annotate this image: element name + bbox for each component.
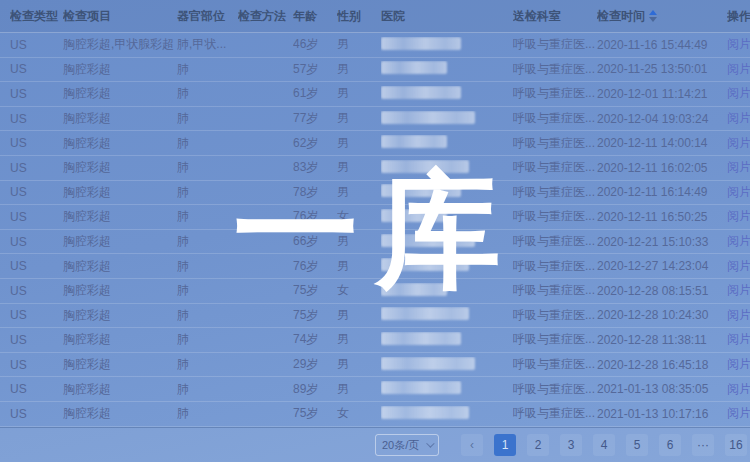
- view-images-link[interactable]: 阅片: [727, 136, 750, 150]
- view-images-link[interactable]: 阅片: [727, 406, 750, 420]
- cell-age: 76岁: [293, 208, 337, 225]
- view-images-link[interactable]: 阅片: [727, 234, 750, 248]
- cell-actions: 阅片: [727, 36, 750, 53]
- cell-actions: 阅片: [727, 381, 750, 398]
- view-images-link[interactable]: 阅片: [727, 160, 750, 174]
- cell-age: 61岁: [293, 85, 337, 102]
- page-number-button[interactable]: 2: [527, 434, 549, 456]
- page-size-value: 20条/页: [382, 438, 419, 453]
- redacted-hospital-name: [381, 332, 461, 345]
- col-header-exam-time-sortable[interactable]: 检查时间: [597, 8, 727, 25]
- col-header-age: 年龄: [293, 8, 337, 25]
- cell-hospital-redacted: [381, 160, 513, 176]
- cell-exam-item: 胸腔彩超,甲状腺彩超: [63, 36, 177, 53]
- cell-organ-part: 肺: [177, 356, 238, 373]
- cell-department: 呼吸与重症医...: [513, 110, 597, 127]
- cell-hospital-redacted: [381, 37, 513, 53]
- col-header-hospital: 医院: [381, 8, 513, 25]
- table-row: US 胸腔彩超 肺 75岁 女 呼吸与重症医... 2020-12-28 08:…: [0, 279, 750, 304]
- view-images-link[interactable]: 阅片: [727, 185, 750, 199]
- cell-exam-time: 2020-12-01 11:14:21: [597, 87, 727, 101]
- page-number-list: 1 2 3 4 5 6 ··· 16: [494, 434, 747, 456]
- redacted-hospital-name: [381, 381, 461, 394]
- cell-exam-item: 胸腔彩超: [63, 110, 177, 127]
- table-row: US 胸腔彩超 肺 89岁 男 呼吸与重症医... 2021-01-13 08:…: [0, 377, 750, 402]
- cell-exam-time: 2020-12-11 16:14:49: [597, 185, 727, 199]
- page-number-button[interactable]: 4: [593, 434, 615, 456]
- cell-gender: 男: [337, 331, 381, 348]
- sort-caret-icon[interactable]: [649, 10, 657, 22]
- page-number-button[interactable]: 1: [494, 434, 516, 456]
- view-images-link[interactable]: 阅片: [727, 357, 750, 371]
- cell-organ-part: 肺: [177, 258, 238, 275]
- cell-exam-time: 2020-12-28 10:24:30: [597, 308, 727, 322]
- cell-exam-item: 胸腔彩超: [63, 331, 177, 348]
- cell-exam-item: 胸腔彩超: [63, 184, 177, 201]
- view-images-link[interactable]: 阅片: [727, 332, 750, 346]
- cell-hospital-redacted: [381, 86, 513, 102]
- cell-gender: 男: [337, 110, 381, 127]
- redacted-hospital-name: [381, 86, 461, 99]
- redacted-hospital-name: [381, 37, 461, 50]
- prev-page-button[interactable]: ‹: [461, 434, 483, 456]
- cell-actions: 阅片: [727, 135, 750, 152]
- caret-up-icon: [649, 10, 657, 15]
- view-images-link[interactable]: 阅片: [727, 86, 750, 100]
- cell-gender: 男: [337, 307, 381, 324]
- cell-hospital-redacted: [381, 357, 513, 373]
- cell-exam-type: US: [10, 87, 63, 101]
- cell-organ-part: 肺: [177, 159, 238, 176]
- cell-actions: 阅片: [727, 282, 750, 299]
- exam-list-screen: 一库 检查类型 检查项目 器官部位 检查方法 年龄 性别 医院 送检科室 检查时…: [0, 0, 750, 462]
- view-images-link[interactable]: 阅片: [727, 283, 750, 297]
- view-images-link[interactable]: 阅片: [727, 382, 750, 396]
- table-row: US 胸腔彩超 肺 57岁 男 呼吸与重症医... 2020-11-25 13:…: [0, 58, 750, 83]
- cell-age: 75岁: [293, 282, 337, 299]
- page-number-button[interactable]: ···: [692, 434, 714, 456]
- redacted-hospital-name: [381, 258, 469, 271]
- cell-age: 83岁: [293, 159, 337, 176]
- cell-gender: 男: [337, 381, 381, 398]
- cell-exam-type: US: [10, 210, 63, 224]
- table-row: US 胸腔彩超 肺 75岁 女 呼吸与重症医... 2021-01-13 10:…: [0, 402, 750, 427]
- cell-hospital-redacted: [381, 61, 513, 77]
- col-header-department: 送检科室: [513, 8, 597, 25]
- view-images-link[interactable]: 阅片: [727, 259, 750, 273]
- cell-exam-item: 胸腔彩超: [63, 405, 177, 422]
- cell-exam-type: US: [10, 185, 63, 199]
- table-row: US 胸腔彩超 肺 77岁 男 呼吸与重症医... 2020-12-04 19:…: [0, 107, 750, 132]
- cell-exam-time: 2020-11-16 15:44:49: [597, 38, 727, 52]
- cell-hospital-redacted: [381, 283, 513, 299]
- table-row: US 胸腔彩超 肺 74岁 男 呼吸与重症医... 2020-12-28 11:…: [0, 328, 750, 353]
- redacted-hospital-name: [381, 209, 447, 222]
- table-row: US 胸腔彩超 肺 76岁 男 呼吸与重症医... 2020-12-27 14:…: [0, 254, 750, 279]
- cell-age: 77岁: [293, 110, 337, 127]
- cell-hospital-redacted: [381, 406, 513, 422]
- cell-exam-item: 胸腔彩超: [63, 159, 177, 176]
- cell-age: 29岁: [293, 356, 337, 373]
- page-number-button[interactable]: 3: [560, 434, 582, 456]
- cell-organ-part: 肺: [177, 135, 238, 152]
- col-header-gender: 性别: [337, 8, 381, 25]
- cell-hospital-redacted: [381, 307, 513, 323]
- cell-exam-time: 2020-12-21 15:10:33: [597, 235, 727, 249]
- page-size-select[interactable]: 20条/页: [375, 434, 439, 456]
- cell-department: 呼吸与重症医...: [513, 258, 597, 275]
- cell-exam-time: 2020-12-11 16:50:25: [597, 210, 727, 224]
- page-number-button[interactable]: 6: [659, 434, 681, 456]
- cell-organ-part: 肺: [177, 110, 238, 127]
- view-images-link[interactable]: 阅片: [727, 308, 750, 322]
- cell-organ-part: 肺: [177, 233, 238, 250]
- redacted-hospital-name: [381, 283, 447, 296]
- page-number-button[interactable]: 5: [626, 434, 648, 456]
- view-images-link[interactable]: 阅片: [727, 62, 750, 76]
- cell-organ-part: 肺: [177, 61, 238, 78]
- view-images-link[interactable]: 阅片: [727, 111, 750, 125]
- cell-exam-type: US: [10, 38, 63, 52]
- page-number-button[interactable]: 16: [725, 434, 747, 456]
- view-images-link[interactable]: 阅片: [727, 37, 750, 51]
- col-header-exam-method: 检查方法: [238, 8, 293, 25]
- view-images-link[interactable]: 阅片: [727, 209, 750, 223]
- redacted-hospital-name: [381, 135, 447, 148]
- cell-department: 呼吸与重症医...: [513, 405, 597, 422]
